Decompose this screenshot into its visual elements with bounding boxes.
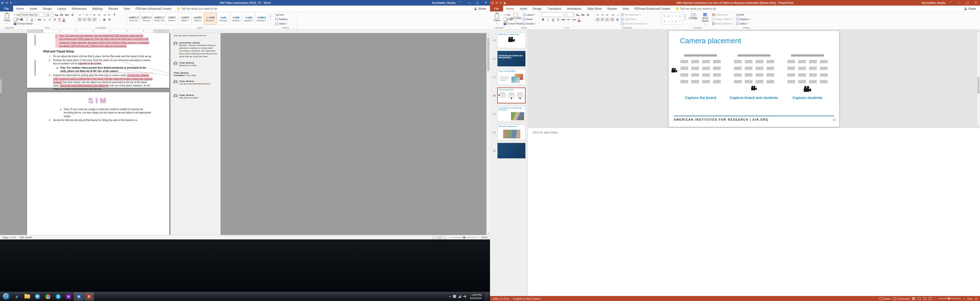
style--bullet-2[interactable]: ~AaBbC¶Bullet 2 <box>179 13 191 25</box>
desk-shape[interactable] <box>767 80 774 83</box>
numbering-icon[interactable]: 1≡ <box>85 13 89 17</box>
desk-shape[interactable] <box>702 73 710 77</box>
camera-icon[interactable] <box>751 86 757 92</box>
tab-pdfsam-enhanced-creator[interactable]: PDFsam Enhanced Creator <box>133 6 174 11</box>
document-page-1[interactable]: a. Note: To charge the microphone, plug … <box>27 33 169 88</box>
shapes-gallery-scroll[interactable]: ▴▾⊽ <box>684 13 686 21</box>
taskbar-icon-internet-explorer[interactable]: e <box>12 293 22 301</box>
desk-shape[interactable] <box>681 80 688 83</box>
scrollbar-thumb[interactable] <box>977 77 980 94</box>
justify-icon[interactable] <box>92 18 96 21</box>
tab-mailings[interactable]: Mailings <box>89 6 106 11</box>
tray-expand-icon[interactable]: ▲ <box>449 295 451 298</box>
slide-thumbnail-12[interactable]: Focus of observation <box>497 69 526 85</box>
strikethrough-button[interactable]: abc <box>561 18 565 21</box>
close-button[interactable]: ✕ <box>973 0 979 6</box>
desk-shape[interactable] <box>734 73 742 77</box>
style--normal[interactable]: AaBbCcI¶Normal <box>140 13 153 25</box>
minimize-button[interactable]: — <box>956 0 962 6</box>
classroom-diagram-1[interactable]: Capture the board <box>675 54 725 100</box>
paste-button[interactable]: Paste▾ <box>492 13 502 24</box>
tab-view[interactable]: View <box>121 6 133 11</box>
word-count[interactable]: 695 words <box>20 236 32 239</box>
tab-insert[interactable]: Insert <box>27 6 40 11</box>
read-mode-icon[interactable] <box>433 236 436 239</box>
formatted-change-note[interactable]: Yisak, Melissa Formatted: Font: Bold <box>173 72 219 77</box>
scrollbar-thumb[interactable] <box>487 38 490 71</box>
font-name-box[interactable]: Times New Ro▾ <box>20 13 44 17</box>
slide-thumbnail-10[interactable]: Platforms to Collect Video <box>497 32 526 48</box>
desk-shape[interactable] <box>756 80 764 83</box>
show-paragraph-marks-icon[interactable]: ¶ <box>113 13 116 17</box>
desk-shape[interactable] <box>681 73 688 77</box>
desk-shape[interactable] <box>702 60 710 63</box>
desk-shape[interactable] <box>809 60 817 63</box>
desk-shape[interactable] <box>809 80 817 83</box>
bold-button[interactable]: B <box>20 18 24 21</box>
font-size-box[interactable]: ▾ <box>566 13 574 17</box>
shapes-gallery[interactable]: ╲▭□○△◇→☆▷⌒ <box>662 13 682 25</box>
align-right-icon[interactable] <box>88 18 91 21</box>
desk-shape[interactable] <box>691 80 699 83</box>
ppt-vertical-scrollbar[interactable]: ▲ ▼ <box>977 30 980 128</box>
desk-shape[interactable] <box>756 60 764 63</box>
save-icon[interactable]: ⊟ <box>1 2 3 5</box>
tab-pdfsam-enhanced-creator[interactable]: PDFsam Enhanced Creator <box>632 6 673 11</box>
tab-review[interactable]: Review <box>106 6 121 11</box>
diagram-caption[interactable]: Capture students <box>792 96 822 100</box>
desk-shape[interactable] <box>809 67 817 70</box>
style-heading-2-[interactable]: AaBbHeading 2... <box>243 13 255 25</box>
language-indicator[interactable]: English (United States) <box>513 297 540 300</box>
tab-file[interactable]: File <box>0 6 13 11</box>
strikethrough-button[interactable]: abc <box>37 18 41 21</box>
find-button[interactable]: Find <box>736 13 750 17</box>
zoom-out-button[interactable]: − <box>448 236 450 239</box>
bullets-icon[interactable]: •≡ <box>78 13 81 17</box>
change-case-icon[interactable]: Aa▾ <box>572 18 576 21</box>
tab-design[interactable]: Design <box>530 6 544 11</box>
align-left-icon[interactable] <box>596 18 600 21</box>
desk-shape[interactable] <box>820 67 828 70</box>
tab-design[interactable]: Design <box>40 6 54 11</box>
taskbar-icon-skype[interactable]: S <box>54 293 63 301</box>
taskbar-clock[interactable]: 1:03 PM 10/1/2018 <box>468 293 483 300</box>
notes-toggle[interactable]: Notes <box>880 296 890 301</box>
ppt-tell-me[interactable]: Tell me what you want to do <box>673 6 719 11</box>
tab-view[interactable]: View <box>620 6 632 11</box>
reading-view-icon[interactable] <box>923 297 926 300</box>
font-color-button[interactable]: A <box>578 18 581 21</box>
desk-shape[interactable] <box>681 60 688 63</box>
ribbon-display-options-icon[interactable]: ⌃ <box>458 0 464 6</box>
redo-icon[interactable]: ↻ <box>500 2 502 5</box>
justify-icon[interactable] <box>610 18 614 21</box>
change-case-icon[interactable]: Aa▾ <box>65 13 69 17</box>
desk-shape[interactable] <box>713 60 721 63</box>
shading-icon[interactable]: ◧ <box>103 18 107 21</box>
start-slideshow-icon[interactable]: ▶ <box>504 2 506 5</box>
volume-icon[interactable] <box>463 295 466 298</box>
sort-icon[interactable]: A↓ <box>108 13 111 17</box>
line-spacing-icon[interactable]: ↕ <box>616 13 619 17</box>
ppt-signed-in-user[interactable]: Auchstetter, Amelia <box>921 2 945 5</box>
word-vertical-scrollbar[interactable]: ▲ ▼ <box>486 33 490 235</box>
taskbar-icon-media-player[interactable]: ▶ <box>33 293 42 301</box>
slideshow-view-icon[interactable] <box>929 297 932 300</box>
restore-button[interactable]: ▢ <box>964 0 970 6</box>
desk-shape[interactable] <box>702 67 710 70</box>
tab-file[interactable]: File <box>490 6 503 11</box>
font-size-box[interactable]: 12▾ <box>45 13 53 17</box>
desk-shape[interactable] <box>809 73 817 77</box>
desk-shape[interactable] <box>798 73 806 77</box>
replace-button[interactable]: Replace <box>275 17 288 21</box>
highlight-color-button[interactable]: ab <box>58 18 61 21</box>
slide-thumbnail-14[interactable]: Considerations for capturing the board <box>497 106 526 122</box>
columns-icon[interactable]: ▥ <box>616 18 619 21</box>
text-shadow-button[interactable]: S <box>556 18 560 21</box>
section-button[interactable]: Section▾ <box>523 21 536 26</box>
text-effects-icon[interactable]: A <box>53 18 57 21</box>
superscript-button[interactable]: x² <box>48 18 51 21</box>
zoom-percent[interactable]: 65% <box>967 297 972 300</box>
zoom-percent[interactable]: 100% <box>481 236 488 239</box>
tab-references[interactable]: References <box>69 6 89 11</box>
shape-effects-button[interactable]: Shape Effects▾ <box>712 21 732 26</box>
